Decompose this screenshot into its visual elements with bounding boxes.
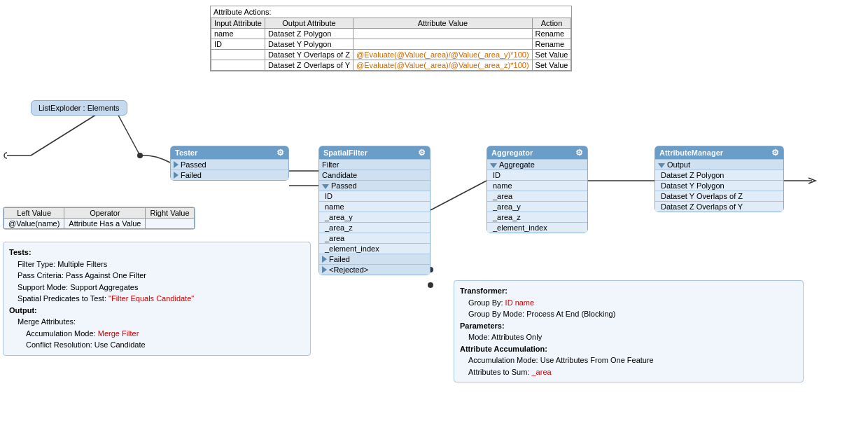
spatialfilter-candidate-port[interactable]: Candidate bbox=[319, 170, 430, 180]
agg-area-item: _area bbox=[487, 191, 587, 201]
tester-title: Tester bbox=[175, 149, 197, 157]
sf-area-z-item: _area_z bbox=[319, 222, 430, 233]
attrmanager-title: AttributeManager bbox=[659, 149, 723, 157]
sf-element-index-item: _element_index bbox=[319, 243, 430, 254]
accum-mode-transformer: Accumulation Mode: Use Attributes From O… bbox=[460, 354, 797, 366]
output-label: Output: bbox=[9, 305, 304, 317]
tester-box[interactable]: Tester ⚙ Passed Failed bbox=[170, 146, 289, 181]
aggregator-title: Aggregator bbox=[491, 149, 533, 157]
tester-passed-port[interactable]: Passed bbox=[171, 159, 288, 170]
tester-gear-icon[interactable]: ⚙ bbox=[276, 148, 284, 158]
col-left-value: Left Value bbox=[4, 208, 64, 219]
failed-triangle-icon[interactable] bbox=[174, 172, 178, 179]
pass-criteria: Pass Criteria: Pass Against One Filter bbox=[9, 270, 304, 282]
sf-passed-label: Passed bbox=[331, 181, 357, 190]
col-input-attr: Input Attribute bbox=[211, 18, 265, 29]
sf-rejected-triangle-icon[interactable] bbox=[322, 266, 327, 273]
am-y-overlaps-z-item: Dataset Y Overlaps of Z bbox=[655, 191, 783, 201]
aggregator-header: Aggregator ⚙ bbox=[487, 146, 587, 159]
svg-line-12 bbox=[31, 110, 104, 156]
group-by-mode: Group By Mode: Process At End (Blocking) bbox=[460, 308, 797, 320]
col-right-value: Right Value bbox=[146, 208, 194, 219]
list-exploder-box[interactable]: ListExploder : Elements bbox=[31, 100, 127, 116]
attr-accum-label: Attribute Accumulation: bbox=[460, 343, 797, 355]
filter-label: Filter bbox=[322, 160, 339, 169]
agg-expand-icon[interactable] bbox=[490, 163, 497, 168]
sf-area-item: _area bbox=[319, 233, 430, 243]
am-expand-icon[interactable] bbox=[658, 163, 665, 168]
passed-label: Passed bbox=[181, 160, 206, 169]
table-row: Dataset Z Overlaps of Y @Evaluate(@Value… bbox=[211, 60, 571, 71]
sf-rejected-label: <Rejected> bbox=[329, 265, 368, 274]
spatialfilter-ports: Filter Candidate Passed ID name _area_y … bbox=[319, 159, 430, 275]
agg-name-item: name bbox=[487, 180, 587, 191]
spatialfilter-rejected-port[interactable]: <Rejected> bbox=[319, 264, 430, 275]
attrmanager-box[interactable]: AttributeManager ⚙ Output Dataset Z Poly… bbox=[654, 146, 784, 212]
conflict-resolution: Conflict Resolution: Use Candidate bbox=[9, 339, 304, 351]
spatialfilter-passed-port[interactable]: Passed bbox=[319, 180, 430, 191]
attrs-to-sum: Attributes to Sum: _area bbox=[460, 366, 797, 378]
accum-mode: Accumulation Mode: Merge Filter bbox=[9, 328, 304, 340]
spatialfilter-gear-icon[interactable]: ⚙ bbox=[418, 148, 426, 158]
attr-actions-data: Input Attribute Output Attribute Attribu… bbox=[211, 18, 571, 71]
merge-attrs: Merge Attributes: bbox=[9, 316, 304, 328]
am-dataset-z-item: Dataset Z Polygon bbox=[655, 170, 783, 180]
tests-label: Tests: bbox=[9, 247, 304, 258]
spatialfilter-title: SpatialFilter bbox=[323, 149, 368, 157]
svg-point-1 bbox=[137, 153, 143, 158]
aggregator-aggregate-port[interactable]: Aggregate bbox=[487, 159, 587, 170]
list-exploder-label: ListExploder : Elements bbox=[38, 104, 120, 112]
sf-failed-triangle-icon[interactable] bbox=[322, 256, 327, 263]
am-z-overlaps-y-item: Dataset Z Overlaps of Y bbox=[655, 201, 783, 212]
group-by: Group By: ID name bbox=[460, 297, 797, 309]
table-row: name Dataset Z Polygon Rename bbox=[211, 29, 571, 39]
table-row: Dataset Y Overlaps of Z @Evaluate(@Value… bbox=[211, 50, 571, 60]
agg-id-item: ID bbox=[487, 170, 587, 180]
col-output-attr: Output Attribute bbox=[265, 18, 353, 29]
spatialfilter-failed-port[interactable]: Failed bbox=[319, 254, 430, 264]
parameters-label: Parameters: bbox=[460, 320, 797, 332]
sf-area-y-item: _area_y bbox=[319, 212, 430, 222]
svg-line-0 bbox=[115, 110, 140, 156]
passed-expand-icon[interactable] bbox=[322, 184, 329, 189]
failed-label: Failed bbox=[181, 171, 202, 179]
sf-name-item: name bbox=[319, 201, 430, 212]
tester-header: Tester ⚙ bbox=[171, 146, 288, 159]
support-mode: Support Mode: Support Aggregates bbox=[9, 282, 304, 294]
attr-actions-title: Attribute Actions: bbox=[211, 6, 571, 18]
agg-element-index-item: _element_index bbox=[487, 222, 587, 233]
spatialfilter-filter-port[interactable]: Filter bbox=[319, 159, 430, 170]
tester-failed-port[interactable]: Failed bbox=[171, 170, 288, 180]
aggregator-gear-icon[interactable]: ⚙ bbox=[575, 148, 583, 158]
transformer-label: Transformer: bbox=[460, 285, 797, 297]
agg-aggregate-label: Aggregate bbox=[499, 160, 535, 169]
filter-criteria-box: Left Value Operator Right Value @Value(n… bbox=[3, 207, 195, 230]
col-action: Action bbox=[532, 18, 571, 29]
am-output-label: Output bbox=[667, 160, 690, 169]
svg-line-6 bbox=[430, 181, 486, 210]
passed-triangle-icon[interactable] bbox=[174, 161, 178, 168]
col-operator: Operator bbox=[64, 208, 146, 219]
sf-id-item: ID bbox=[319, 191, 430, 201]
attr-actions-table: Attribute Actions: Input Attribute Outpu… bbox=[210, 6, 572, 71]
tester-info-box: Tests: Filter Type: Multiple Filters Pas… bbox=[3, 242, 311, 356]
spatialfilter-header: SpatialFilter ⚙ bbox=[319, 146, 430, 159]
svg-point-10 bbox=[428, 282, 433, 288]
table-row: ID Dataset Y Polygon Rename bbox=[211, 39, 571, 50]
spatialfilter-box[interactable]: SpatialFilter ⚙ Filter Candidate Passed … bbox=[318, 146, 430, 275]
attrmanager-output-port[interactable]: Output bbox=[655, 159, 783, 170]
agg-area-z-item: _area_z bbox=[487, 212, 587, 222]
filter-type: Filter Type: Multiple Filters bbox=[9, 258, 304, 270]
mode: Mode: Attributes Only bbox=[460, 331, 797, 343]
col-attr-value: Attribute Value bbox=[354, 18, 533, 29]
transformer-info-box: Transformer: Group By: ID name Group By … bbox=[454, 280, 804, 382]
spatial-predicates: Spatial Predicates to Test: "Filter Equa… bbox=[9, 293, 304, 305]
aggregator-box[interactable]: Aggregator ⚙ Aggregate ID name _area _ar… bbox=[486, 146, 588, 233]
agg-area-y-item: _area_y bbox=[487, 201, 587, 212]
attrmanager-header: AttributeManager ⚙ bbox=[655, 146, 783, 159]
aggregator-ports: Aggregate ID name _area _area_y _area_z … bbox=[487, 159, 587, 233]
tester-ports: Passed Failed bbox=[171, 159, 288, 180]
attrmanager-gear-icon[interactable]: ⚙ bbox=[771, 148, 779, 158]
am-dataset-y-item: Dataset Y Polygon bbox=[655, 180, 783, 191]
candidate-label: Candidate bbox=[322, 171, 357, 179]
